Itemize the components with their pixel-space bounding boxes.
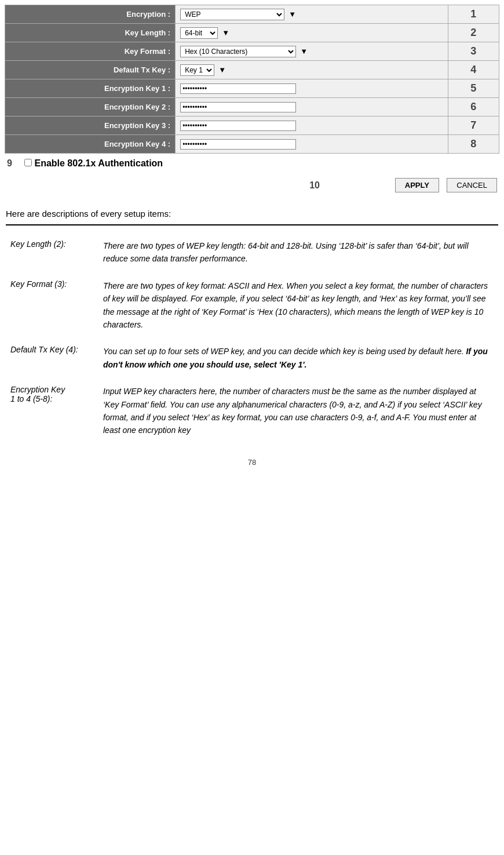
checkbox-row: 9 Enable 802.1x Authentication — [5, 154, 499, 173]
row-number-1: 1 — [448, 5, 499, 24]
enc-key-1-input[interactable] — [180, 83, 296, 94]
enable-8021x-checkbox[interactable] — [24, 159, 32, 166]
desc-row-key-format: Key Format (3): There are two types of k… — [6, 275, 498, 341]
key-format-select[interactable]: Hex (10 Characters) ASCII (5 Characters) — [180, 46, 296, 57]
row-number-10: 10 — [309, 180, 320, 190]
desc-enc-key-term: Encryption Key 1 to 4 (5-8): — [6, 380, 98, 446]
desc-default-tx-term: Default Tx Key (4): — [6, 340, 98, 380]
row-number-6: 6 — [448, 98, 499, 117]
desc-key-format-term: Key Format (3): — [6, 275, 98, 341]
row-number-5: 5 — [448, 79, 499, 98]
table-row: Encryption : WEP Disabled WPA ▼ 1 — [5, 5, 499, 24]
encryption-select[interactable]: WEP Disabled WPA — [180, 9, 284, 20]
enc-key-2-cell — [176, 98, 448, 117]
enc-key-2-input[interactable] — [180, 102, 296, 112]
row-number-8: 8 — [448, 135, 499, 154]
desc-intro: Here are descriptions of every setup ite… — [6, 209, 498, 219]
button-row: 10 APPLY CANCEL — [5, 173, 499, 197]
button-cell: APPLY CANCEL — [326, 173, 499, 197]
description-section: Here are descriptions of every setup ite… — [0, 197, 504, 452]
table-row: Encryption Key 2 : 6 — [5, 98, 499, 117]
row-number-2: 2 — [448, 24, 499, 42]
enc-key-4-label: Encryption Key 4 : — [5, 135, 176, 154]
key-format-label: Key Format : — [5, 42, 176, 61]
row-number-4: 4 — [448, 61, 499, 79]
enc-key-3-label: Encryption Key 3 : — [5, 117, 176, 135]
desc-enc-key-value: Input WEP key characters here, the numbe… — [98, 380, 498, 446]
table-row: Key Format : Hex (10 Characters) ASCII (… — [5, 42, 499, 61]
cancel-button[interactable]: CANCEL — [447, 178, 497, 192]
enc-key-1-label: Encryption Key 1 : — [5, 79, 176, 98]
row-number-7: 7 — [448, 117, 499, 135]
page-number: 78 — [0, 458, 504, 467]
enc-key-1-cell — [176, 79, 448, 98]
enc-key-4-cell — [176, 135, 448, 154]
enc-key-3-cell — [176, 117, 448, 135]
settings-table: Encryption : WEP Disabled WPA ▼ 1 Key Le… — [5, 5, 499, 154]
row-number-3: 3 — [448, 42, 499, 61]
enc-key-4-input[interactable] — [180, 139, 296, 150]
default-tx-label: Default Tx Key : — [5, 61, 176, 79]
enable-8021x-label: Enable 802.1x Authentication — [34, 158, 163, 168]
desc-key-format-value: There are two types of key format: ASCII… — [98, 275, 498, 341]
key-length-label: Key Length : — [5, 24, 176, 42]
desc-default-tx-bold: If you don't know which one you should u… — [103, 347, 488, 369]
encryption-label: Encryption : — [5, 5, 176, 24]
key-format-cell: Hex (10 Characters) ASCII (5 Characters)… — [176, 42, 448, 61]
desc-row-default-tx: Default Tx Key (4): You can set up to fo… — [6, 340, 498, 380]
form-section: Encryption : WEP Disabled WPA ▼ 1 Key Le… — [0, 0, 504, 197]
table-row: Key Length : 64-bit 128-bit ▼ 2 — [5, 24, 499, 42]
table-row: Default Tx Key : Key 1 Key 2 Key 3 Key 4… — [5, 61, 499, 79]
desc-default-tx-value: You can set up to four sets of WEP key, … — [98, 340, 498, 380]
row-number-9: 9 — [7, 158, 12, 168]
desc-row-key-length: Key Length (2): There are two types of W… — [6, 235, 498, 275]
default-tx-select[interactable]: Key 1 Key 2 Key 3 Key 4 — [180, 64, 214, 76]
key-length-cell: 64-bit 128-bit ▼ — [176, 24, 448, 42]
enc-key-3-input[interactable] — [180, 121, 296, 131]
checkbox-row-table: 9 Enable 802.1x Authentication — [5, 154, 499, 173]
encryption-cell: WEP Disabled WPA ▼ — [176, 5, 448, 24]
button-number-cell: 10 — [5, 173, 326, 197]
checkbox-number-cell: 9 — [5, 154, 22, 173]
desc-row-enc-key: Encryption Key 1 to 4 (5-8): Input WEP k… — [6, 380, 498, 446]
default-tx-cell: Key 1 Key 2 Key 3 Key 4 ▼ — [176, 61, 448, 79]
key-length-select[interactable]: 64-bit 128-bit — [180, 27, 218, 39]
desc-table: Key Length (2): There are two types of W… — [6, 235, 498, 446]
table-row: Encryption Key 1 : 5 — [5, 79, 499, 98]
desc-key-length-value: There are two types of WEP key length: 6… — [98, 235, 498, 275]
table-row: Encryption Key 3 : 7 — [5, 117, 499, 135]
button-row-table: 10 APPLY CANCEL — [5, 173, 499, 197]
desc-key-length-term: Key Length (2): — [6, 235, 98, 275]
apply-button[interactable]: APPLY — [395, 178, 439, 192]
checkbox-cell: Enable 802.1x Authentication — [22, 154, 499, 173]
enc-key-2-label: Encryption Key 2 : — [5, 98, 176, 117]
desc-divider — [6, 224, 498, 225]
table-row: Encryption Key 4 : 8 — [5, 135, 499, 154]
